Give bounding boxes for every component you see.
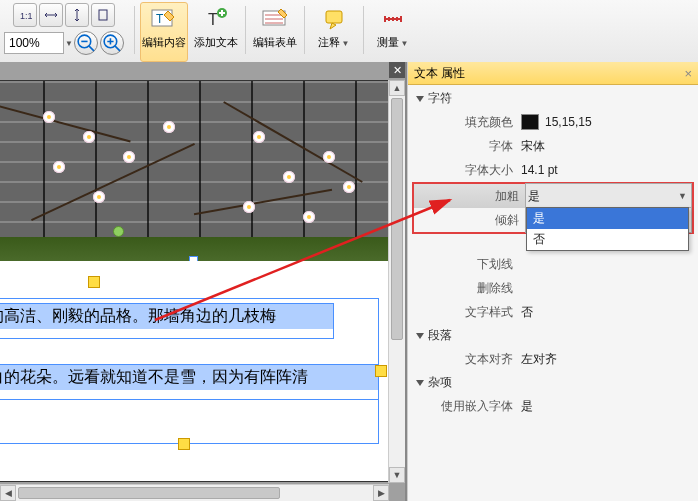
svg-text:T: T — [156, 12, 164, 26]
panel-close-button[interactable]: ✕ — [389, 62, 405, 78]
document-area: ✕ 的高洁、刚毅的品格。那墙角边的几枝梅 — [0, 62, 407, 501]
vertical-scrollbar[interactable]: ▲ ▼ — [388, 80, 405, 483]
zoom-in-button[interactable] — [100, 31, 124, 55]
horizontal-scrollbar[interactable]: ◀ ▶ — [0, 484, 389, 501]
collapse-icon — [416, 333, 424, 339]
edit-content-button[interactable]: T 编辑内容 — [140, 2, 188, 62]
row-fill-color[interactable]: 填充颜色 15,15,15 — [408, 110, 698, 134]
section-misc[interactable]: 杂项 — [408, 371, 698, 394]
row-font-size[interactable]: 字体大小 14.1 pt — [408, 158, 698, 182]
text-box-2[interactable]: 白的花朵。远看就知道不是雪，因为有阵阵清 — [0, 364, 379, 400]
zoom-input[interactable] — [4, 32, 64, 54]
scroll-up-button[interactable]: ▲ — [389, 80, 405, 96]
measure-button[interactable]: 测量▼ — [369, 2, 417, 62]
svg-rect-9 — [326, 11, 342, 23]
annotate-label: 注释 — [318, 36, 340, 48]
add-text-label: 添加文本 — [194, 35, 238, 50]
scroll-down-button[interactable]: ▼ — [389, 467, 405, 483]
dropdown-option-no[interactable]: 否 — [527, 229, 688, 250]
row-font[interactable]: 字体 宋体 — [408, 134, 698, 158]
row-strikethrough[interactable]: 删除线 — [408, 276, 698, 300]
row-bold-highlighted: 加粗 是▼ 倾斜 是 否 — [412, 182, 694, 234]
properties-close-button[interactable]: × — [684, 66, 692, 81]
add-text-button[interactable]: T 添加文本 — [192, 2, 240, 62]
fit-height-button[interactable] — [65, 3, 89, 27]
zoom-dropdown-icon[interactable]: ▼ — [65, 39, 73, 48]
edit-form-label: 编辑表单 — [253, 35, 297, 50]
ribbon-toolbar: 1:1 ▼ T 编辑内容 T 添加文本 编辑表单 注释▼ 测量▼ — [0, 0, 698, 67]
row-alignment[interactable]: 文本对齐 左对齐 — [408, 347, 698, 371]
zoom-out-button[interactable] — [74, 31, 98, 55]
properties-title-bar: 文本 属性 × — [408, 62, 698, 85]
scroll-left-button[interactable]: ◀ — [0, 485, 16, 501]
row-text-style[interactable]: 文字样式 否 — [408, 300, 698, 324]
edit-content-icon: T — [149, 5, 179, 33]
row-bold[interactable]: 加粗 是▼ — [414, 184, 692, 208]
add-text-icon: T — [201, 5, 231, 33]
dropdown-option-yes[interactable]: 是 — [527, 208, 688, 229]
annotate-icon — [319, 5, 349, 33]
text-line-1: 的高洁、刚毅的品格。那墙角边的几枝梅 — [0, 304, 333, 329]
chevron-down-icon: ▼ — [341, 39, 349, 48]
measure-label: 测量 — [377, 36, 399, 48]
fit-width-button[interactable] — [39, 3, 63, 27]
svg-text:1:1: 1:1 — [20, 11, 32, 21]
text-line-2: 白的花朵。远看就知道不是雪，因为有阵阵清 — [0, 365, 378, 390]
edit-form-icon — [260, 5, 290, 33]
color-swatch[interactable] — [521, 114, 539, 130]
row-underline[interactable]: 下划线 — [408, 252, 698, 276]
fit-actual-button[interactable]: 1:1 — [13, 3, 37, 27]
chevron-down-icon: ▼ — [400, 39, 408, 48]
italic-dropdown[interactable]: 是 否 — [526, 207, 689, 251]
chevron-down-icon[interactable]: ▼ — [678, 191, 687, 201]
section-characters[interactable]: 字符 — [408, 87, 698, 110]
collapse-icon — [416, 96, 424, 102]
svg-text:T: T — [208, 11, 218, 28]
row-embed-font[interactable]: 使用嵌入字体 是 — [408, 394, 698, 418]
document-image[interactable] — [0, 81, 393, 261]
scroll-right-button[interactable]: ▶ — [373, 485, 389, 501]
edit-content-label: 编辑内容 — [142, 35, 186, 50]
text-box-1[interactable]: 的高洁、刚毅的品格。那墙角边的几枝梅 — [0, 303, 334, 339]
properties-title: 文本 属性 — [414, 65, 465, 82]
collapse-icon — [416, 380, 424, 386]
measure-icon — [378, 5, 408, 33]
text-properties-panel: 文本 属性 × 字符 填充颜色 15,15,15 字体 宋体 字体大小 14.1… — [407, 62, 698, 501]
svg-rect-1 — [99, 10, 107, 20]
annotate-button[interactable]: 注释▼ — [310, 2, 358, 62]
row-italic[interactable]: 倾斜 是 否 — [414, 208, 692, 232]
document-page[interactable]: 的高洁、刚毅的品格。那墙角边的几枝梅 白的花朵。远看就知道不是雪，因为有阵阵清 — [0, 80, 394, 482]
section-paragraph[interactable]: 段落 — [408, 324, 698, 347]
fit-page-button[interactable] — [91, 3, 115, 27]
edit-form-button[interactable]: 编辑表单 — [251, 2, 299, 62]
